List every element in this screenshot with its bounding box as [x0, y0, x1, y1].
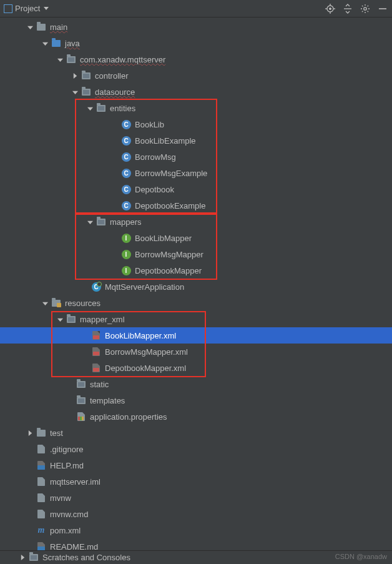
resources-folder-icon	[51, 298, 61, 308]
svg-marker-19	[21, 555, 24, 560]
file-icon	[36, 493, 46, 503]
watermark-text: CSDN @xanadw	[335, 553, 387, 560]
tree-row-pom[interactable]: mpom.xml	[0, 522, 392, 538]
svg-marker-16	[42, 302, 48, 305]
folder-icon	[51, 38, 61, 48]
svg-marker-17	[57, 318, 63, 321]
tree-row-static[interactable]: static	[0, 376, 392, 392]
tree-row-interface[interactable]: IBookLibMapper	[0, 230, 392, 246]
chevron-down-icon[interactable]	[44, 7, 49, 10]
class-icon: C	[121, 152, 131, 162]
svg-marker-15	[87, 220, 93, 224]
svg-point-7	[364, 7, 366, 9]
tree-row-mvnw[interactable]: mvnw	[0, 490, 392, 506]
package-icon	[81, 87, 91, 97]
spring-class-icon: C	[91, 282, 101, 292]
tree-row-properties[interactable]: application.properties	[0, 408, 392, 425]
svg-marker-18	[28, 430, 31, 436]
tree-row-gitignore[interactable]: .gitignore	[0, 441, 392, 457]
class-icon: C	[121, 184, 131, 194]
tree-row-class[interactable]: CBorrowMsgExample	[0, 165, 392, 181]
tree-row-class[interactable]: CDepotbookExample	[0, 197, 392, 214]
tree-row-class[interactable]: CBookLibExample	[0, 132, 392, 149]
file-icon	[36, 509, 46, 519]
project-view-icon	[4, 4, 12, 13]
locate-icon[interactable]	[325, 3, 336, 14]
class-icon: C	[121, 119, 131, 129]
file-icon	[36, 477, 46, 487]
tree-row-mapper-xml[interactable]: mapper_xml	[0, 311, 392, 327]
folder-icon	[36, 22, 46, 32]
package-icon	[81, 71, 91, 81]
package-icon	[96, 217, 106, 227]
svg-marker-12	[73, 73, 76, 79]
svg-marker-9	[27, 26, 33, 29]
svg-marker-11	[57, 58, 63, 61]
tree-row-xml-file[interactable]: BookLibMapper.xml	[0, 327, 392, 344]
tree-row-interface[interactable]: IDepotbookMapper	[0, 262, 392, 279]
tree-row-resources[interactable]: resources	[0, 295, 392, 311]
project-dropdown[interactable]: Project	[15, 4, 40, 13]
tree-row-xml-file[interactable]: DepotbookMapper.xml	[0, 360, 392, 376]
tree-row-class[interactable]: CDepotbook	[0, 181, 392, 197]
package-icon	[96, 103, 106, 113]
expand-collapse-icon[interactable]	[342, 3, 353, 14]
package-icon	[66, 54, 76, 64]
tree-row-spring-app[interactable]: CMqttServerApplication	[0, 279, 392, 295]
project-toolbar: Project	[0, 0, 392, 17]
tree-row-class[interactable]: CBorrowMsg	[0, 149, 392, 165]
class-icon: C	[121, 168, 131, 178]
folder-icon	[29, 553, 39, 563]
tree-row-controller[interactable]: controller	[0, 67, 392, 84]
tree-row-templates[interactable]: templates	[0, 392, 392, 408]
xml-file-icon	[91, 347, 101, 357]
tree-row-main[interactable]: main	[0, 19, 392, 35]
tree-row-xml-file[interactable]: BorrowMsgMapper.xml	[0, 344, 392, 360]
minimize-icon[interactable]	[377, 3, 388, 14]
class-icon: C	[121, 200, 131, 210]
markdown-file-icon	[36, 460, 46, 470]
file-icon	[36, 444, 46, 454]
svg-marker-10	[42, 42, 48, 45]
svg-marker-14	[87, 107, 93, 110]
project-tree: main java com.xanadw.mqttserver controll…	[0, 17, 392, 555]
maven-file-icon: m	[36, 525, 46, 535]
tree-row-entities[interactable]: entities	[0, 100, 392, 116]
tree-row-java[interactable]: java	[0, 35, 392, 51]
tree-row-test[interactable]: test	[0, 425, 392, 441]
folder-icon	[76, 395, 86, 405]
folder-icon	[36, 428, 46, 438]
class-icon: C	[121, 136, 131, 146]
tree-row-interface[interactable]: IBorrowMsgMapper	[0, 246, 392, 262]
tree-row-mvnw-cmd[interactable]: mvnw.cmd	[0, 506, 392, 522]
tree-row-scratches[interactable]: Scratches and Consoles	[0, 550, 392, 564]
folder-icon	[66, 314, 76, 324]
gear-icon[interactable]	[360, 3, 371, 14]
properties-file-icon	[76, 412, 86, 422]
interface-icon: I	[121, 233, 131, 243]
folder-icon	[76, 379, 86, 389]
tree-row-help-md[interactable]: HELP.md	[0, 457, 392, 473]
tree-row-package[interactable]: com.xanadw.mqttserver	[0, 51, 392, 67]
xml-file-icon	[91, 330, 101, 340]
xml-file-icon	[91, 363, 101, 373]
tree-row-datasource[interactable]: datasource	[0, 84, 392, 100]
svg-marker-13	[72, 91, 78, 94]
interface-icon: I	[121, 249, 131, 259]
tree-row-mappers[interactable]: mappers	[0, 214, 392, 230]
svg-point-1	[330, 7, 331, 9]
tree-row-class[interactable]: CBookLib	[0, 116, 392, 132]
tree-row-iml[interactable]: mqttserver.iml	[0, 473, 392, 490]
interface-icon: I	[121, 265, 131, 275]
